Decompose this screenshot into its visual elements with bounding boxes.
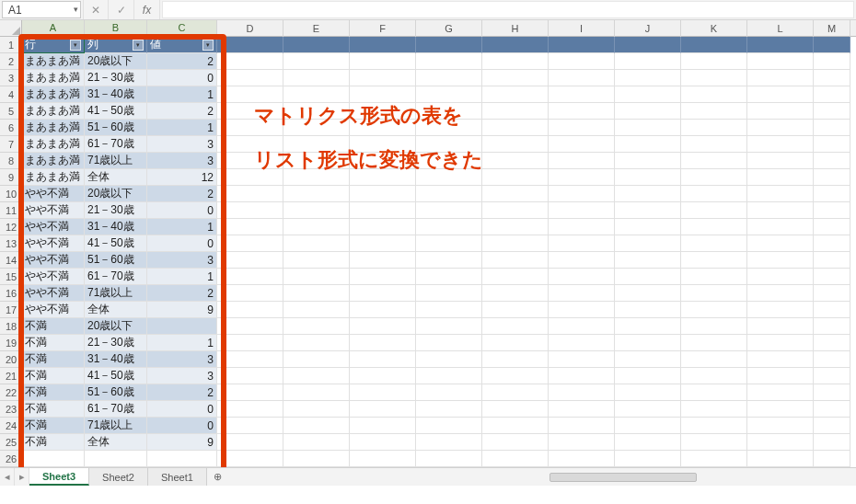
col-header-e[interactable]: E — [283, 20, 350, 37]
empty-cell[interactable] — [350, 285, 416, 302]
empty-cell[interactable] — [416, 235, 482, 252]
empty-cell[interactable] — [217, 169, 283, 186]
empty-cell[interactable] — [747, 269, 814, 285]
empty-cell[interactable] — [350, 120, 416, 136]
empty-cell[interactable] — [283, 451, 350, 467]
empty-cell[interactable] — [350, 169, 416, 186]
empty-cell[interactable] — [482, 53, 549, 70]
empty-cell[interactable] — [283, 351, 350, 368]
empty-cell[interactable] — [549, 235, 615, 252]
empty-cell[interactable] — [350, 252, 416, 269]
empty-cell[interactable] — [747, 202, 814, 219]
empty-cell[interactable] — [217, 120, 283, 136]
col-header-g[interactable]: G — [416, 20, 482, 37]
cell-value[interactable]: 1 — [147, 335, 217, 351]
filter-dropdown-icon[interactable]: ▾ — [70, 40, 81, 51]
empty-cell[interactable] — [681, 451, 747, 467]
empty-cell[interactable] — [350, 269, 416, 285]
empty-cell[interactable] — [416, 202, 482, 219]
formula-input[interactable] — [162, 1, 854, 18]
empty-cell[interactable] — [350, 70, 416, 86]
cell-row-label[interactable]: まあまあ満 — [22, 103, 85, 120]
empty-cell[interactable] — [217, 434, 283, 451]
empty-cell[interactable] — [549, 302, 615, 318]
empty-cell[interactable] — [549, 335, 615, 351]
empty-cell[interactable] — [283, 384, 350, 401]
empty-cell[interactable] — [416, 86, 482, 103]
empty-cell[interactable] — [482, 302, 549, 318]
empty-cell[interactable] — [814, 37, 850, 53]
empty-cell[interactable] — [350, 434, 416, 451]
row-header-6[interactable]: 6 — [0, 120, 22, 136]
col-header-f[interactable]: F — [350, 20, 416, 37]
empty-cell[interactable] — [747, 335, 814, 351]
empty-cell[interactable] — [615, 269, 681, 285]
empty-cell[interactable] — [814, 451, 850, 467]
empty-cell[interactable] — [747, 86, 814, 103]
name-box-dropdown-icon[interactable]: ▾ — [74, 5, 78, 14]
empty-cell[interactable] — [814, 418, 850, 434]
empty-cell[interactable] — [814, 302, 850, 318]
empty-cell[interactable] — [681, 368, 747, 384]
empty-cell[interactable] — [747, 384, 814, 401]
empty-cell[interactable] — [549, 120, 615, 136]
row-header-10[interactable]: 10 — [0, 186, 22, 202]
empty-cell[interactable] — [681, 302, 747, 318]
empty-cell[interactable] — [482, 351, 549, 368]
cell-col-label[interactable]: 71歳以上 — [85, 153, 147, 169]
empty-cell[interactable] — [416, 103, 482, 120]
empty-cell[interactable] — [747, 219, 814, 235]
empty-cell[interactable] — [217, 86, 283, 103]
empty-cell[interactable] — [283, 202, 350, 219]
empty-cell[interactable] — [681, 120, 747, 136]
empty-cell[interactable] — [681, 434, 747, 451]
empty-cell[interactable] — [482, 285, 549, 302]
cell-value[interactable]: 1 — [147, 269, 217, 285]
empty-cell[interactable] — [549, 384, 615, 401]
empty-cell[interactable] — [615, 335, 681, 351]
empty-cell[interactable] — [217, 37, 283, 53]
cell-row-label[interactable]: やや不満 — [22, 219, 85, 235]
cell-col-label[interactable]: 61－70歳 — [85, 401, 147, 418]
empty-cell[interactable] — [549, 418, 615, 434]
empty-cell[interactable] — [217, 302, 283, 318]
empty-cell[interactable] — [482, 86, 549, 103]
empty-cell[interactable] — [747, 153, 814, 169]
empty-cell[interactable] — [615, 384, 681, 401]
empty-cell[interactable] — [217, 418, 283, 434]
empty-cell[interactable] — [747, 53, 814, 70]
empty-cell[interactable] — [549, 153, 615, 169]
empty-cell[interactable] — [350, 186, 416, 202]
empty-cell[interactable] — [747, 351, 814, 368]
empty-cell[interactable] — [217, 70, 283, 86]
empty-cell[interactable] — [416, 37, 482, 53]
cell-row-label[interactable]: まあまあ満 — [22, 136, 85, 153]
cell-col-label[interactable]: 71歳以上 — [85, 418, 147, 434]
empty-cell[interactable] — [283, 120, 350, 136]
empty-cell[interactable] — [217, 153, 283, 169]
empty-cell[interactable] — [416, 186, 482, 202]
empty-cell[interactable] — [283, 418, 350, 434]
empty-cell[interactable] — [747, 368, 814, 384]
empty-cell[interactable] — [681, 351, 747, 368]
empty-cell[interactable] — [747, 318, 814, 335]
empty-cell[interactable] — [549, 368, 615, 384]
empty-cell[interactable] — [283, 86, 350, 103]
empty-cell[interactable] — [615, 86, 681, 103]
empty-cell[interactable] — [681, 153, 747, 169]
empty-cell[interactable] — [814, 169, 850, 186]
empty-cell[interactable] — [350, 368, 416, 384]
empty-cell[interactable] — [549, 401, 615, 418]
cell-value[interactable]: 2 — [147, 53, 217, 70]
cell-row-label[interactable]: まあまあ満 — [22, 53, 85, 70]
empty-cell[interactable] — [416, 136, 482, 153]
empty-cell[interactable] — [217, 103, 283, 120]
empty-cell[interactable] — [416, 169, 482, 186]
empty-cell[interactable] — [350, 418, 416, 434]
empty-cell[interactable] — [615, 186, 681, 202]
empty-cell[interactable] — [549, 451, 615, 467]
empty-cell[interactable] — [747, 235, 814, 252]
empty-cell[interactable] — [482, 418, 549, 434]
empty-cell[interactable] — [747, 252, 814, 269]
row-header-11[interactable]: 11 — [0, 202, 22, 219]
